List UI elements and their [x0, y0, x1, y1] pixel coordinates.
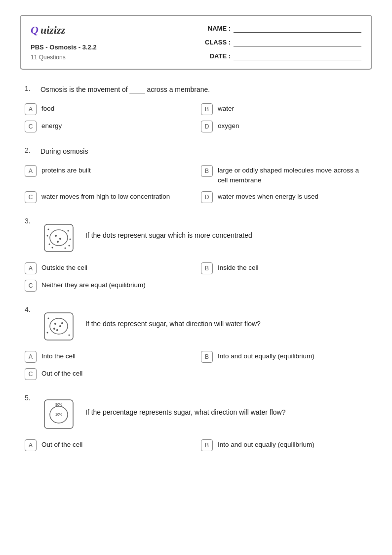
- option-letter-3b: B: [201, 262, 213, 274]
- header: Q uizizz PBS - Osmosis - 3.2.2 11 Questi…: [20, 15, 372, 70]
- option-letter-2b: B: [201, 165, 213, 177]
- svg-point-15: [54, 323, 56, 325]
- question-3-image-row: If the dots represent sugar which is mor…: [40, 217, 252, 254]
- question-4: 4.: [25, 305, 367, 380]
- svg-text:90%: 90%: [55, 403, 62, 406]
- quizizz-logo: Q uizizz: [31, 24, 97, 37]
- question-3-text: If the dots represent sugar which is mor…: [85, 230, 252, 241]
- option-letter-5b: B: [201, 439, 213, 451]
- option-letter-3a: A: [25, 262, 37, 274]
- svg-point-14: [50, 318, 68, 334]
- question-2-number: 2.: [25, 146, 36, 154]
- quiz-questions: 11 Questions: [31, 54, 97, 61]
- option-text-4a: Into the cell: [41, 350, 76, 361]
- questions-section: 1. Osmosis is the movement of ____ acros…: [20, 85, 372, 451]
- svg-point-12: [70, 238, 71, 240]
- option-text-1a: food: [41, 103, 54, 114]
- svg-point-20: [48, 317, 49, 319]
- option-letter-4b: B: [201, 351, 213, 363]
- option-5a: A Out of the cell: [25, 439, 191, 451]
- option-3a: A Outside the cell: [25, 262, 191, 274]
- header-right: NAME : CLASS : DATE :: [203, 24, 361, 60]
- option-text-4b: Into and out equally (equilibrium): [218, 350, 314, 361]
- cell-image-q4: [40, 305, 78, 342]
- question-5: 5. 90% 10% If the percentage repre: [25, 394, 367, 451]
- svg-point-3: [59, 238, 61, 240]
- option-letter-2c: C: [25, 191, 37, 203]
- option-1a: A food: [25, 103, 191, 115]
- svg-point-17: [56, 329, 58, 331]
- option-5b: B Into and out equally (equilibrium): [201, 439, 367, 451]
- name-field-row: NAME :: [203, 24, 361, 33]
- option-letter-4c: C: [25, 368, 37, 380]
- question-5-options: A Out of the cell B Into and out equally…: [25, 439, 367, 451]
- question-4-number: 4.: [25, 305, 36, 313]
- svg-point-10: [65, 247, 66, 249]
- option-2c: C water moves from high to low concentra…: [25, 191, 191, 203]
- option-letter-1c: C: [25, 121, 37, 132]
- option-text-4c: Out of the cell: [41, 368, 82, 379]
- question-1: 1. Osmosis is the movement of ____ acros…: [25, 85, 367, 132]
- class-line: [234, 38, 361, 46]
- option-text-3a: Outside the cell: [41, 262, 87, 273]
- name-label: NAME :: [203, 25, 231, 32]
- option-4c: C Out of the cell: [25, 368, 191, 380]
- question-4-image-row: If the dots represent sugar, what direct…: [40, 305, 261, 342]
- question-5-row: 5. 90% 10% If the percentage repre: [25, 394, 367, 431]
- option-letter-4a: A: [25, 351, 37, 363]
- question-3-number: 3.: [25, 217, 36, 225]
- option-2a: A proteins are built: [25, 165, 191, 186]
- question-3-row: 3.: [25, 217, 367, 254]
- option-2b: B large or oddly shaped molecules move a…: [201, 165, 367, 186]
- option-letter-3c: C: [25, 280, 37, 292]
- svg-point-16: [59, 325, 61, 327]
- logo-q: Q: [31, 24, 39, 37]
- svg-point-4: [57, 241, 59, 243]
- svg-point-8: [69, 245, 70, 246]
- svg-point-5: [48, 228, 49, 230]
- svg-point-9: [52, 247, 53, 248]
- cell-image-q3: [40, 217, 78, 254]
- date-line: [234, 51, 361, 60]
- header-left: Q uizizz PBS - Osmosis - 3.2.2 11 Questi…: [31, 24, 97, 61]
- option-letter-2a: A: [25, 165, 37, 177]
- svg-point-7: [49, 243, 50, 245]
- name-line: [234, 24, 361, 33]
- question-2: 2. During osmosis A proteins are built B…: [25, 146, 367, 203]
- cell-image-q5: 90% 10%: [40, 394, 78, 431]
- option-text-5a: Out of the cell: [41, 439, 82, 450]
- option-letter-1b: B: [201, 103, 213, 115]
- option-letter-2d: D: [201, 191, 213, 203]
- option-text-2b: large or oddly shaped molecules move acr…: [218, 165, 367, 186]
- option-text-3c: Neither they are equal (equilibrium): [41, 279, 146, 290]
- svg-point-1: [50, 230, 68, 246]
- question-5-image-row: 90% 10% If the percentage represents sug…: [40, 394, 285, 431]
- question-2-options: A proteins are built B large or oddly sh…: [25, 165, 367, 203]
- date-field-row: DATE :: [203, 51, 361, 60]
- svg-text:10%: 10%: [55, 413, 62, 416]
- class-label: CLASS :: [203, 39, 231, 46]
- question-4-text: If the dots represent sugar, what direct…: [85, 319, 261, 329]
- class-field-row: CLASS :: [203, 38, 361, 46]
- question-1-row: 1. Osmosis is the movement of ____ acros…: [25, 85, 367, 95]
- question-5-text: If the percentage represents sugar, what…: [85, 407, 285, 418]
- svg-point-19: [53, 328, 55, 330]
- question-3: 3.: [25, 217, 367, 292]
- svg-point-11: [47, 235, 48, 236]
- option-1d: D oxygen: [201, 120, 367, 132]
- option-letter-5a: A: [25, 439, 37, 451]
- option-letter-1d: D: [201, 121, 213, 132]
- question-2-text: During osmosis: [40, 146, 88, 157]
- question-4-options: A Into the cell B Into and out equally (…: [25, 350, 367, 380]
- svg-rect-13: [44, 313, 73, 340]
- option-text-3b: Inside the cell: [218, 262, 259, 273]
- option-3c: C Neither they are equal (equilibrium): [25, 279, 191, 292]
- quiz-title: PBS - Osmosis - 3.2.2: [31, 43, 97, 51]
- question-1-text: Osmosis is the movement of ____ across a…: [40, 85, 210, 95]
- option-4a: A Into the cell: [25, 350, 191, 363]
- svg-point-6: [68, 230, 69, 231]
- svg-point-21: [69, 334, 70, 336]
- option-3b: B Inside the cell: [201, 262, 367, 274]
- question-1-number: 1.: [25, 85, 36, 92]
- option-2d: D water moves when energy is used: [201, 191, 367, 203]
